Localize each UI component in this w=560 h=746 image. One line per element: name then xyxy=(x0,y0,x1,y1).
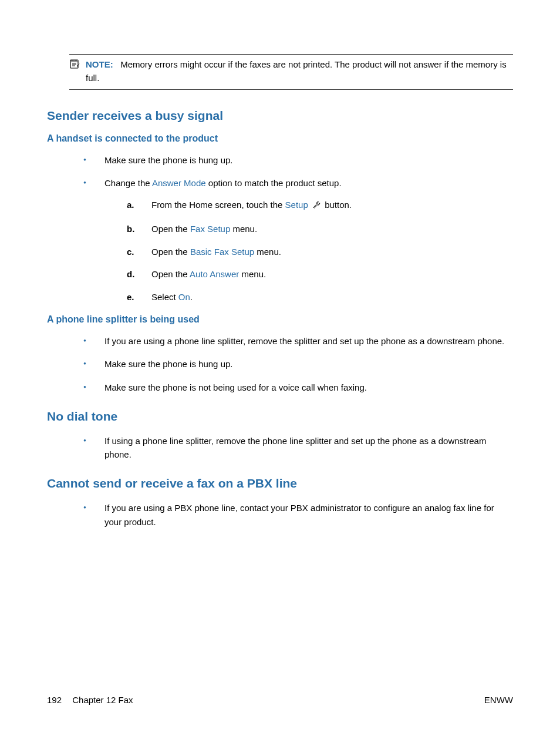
heading-sender-busy: Sender receives a busy signal xyxy=(47,109,513,123)
page-number: 192 xyxy=(47,695,62,705)
list-item: Open the Basic Fax Setup menu. xyxy=(127,246,513,259)
list-item: If you are using a phone line splitter, … xyxy=(81,334,513,348)
ui-term-fax-setup: Fax Setup xyxy=(190,224,230,234)
bullet-list: Make sure the phone is hung up. Change t… xyxy=(81,153,513,304)
heading-splitter-used: A phone line splitter is being used xyxy=(47,314,513,325)
lettered-list: From the Home screen, touch the Setup bu… xyxy=(127,199,513,304)
bullet-list: If you are using a phone line splitter, … xyxy=(81,334,513,394)
list-item: Change the Answer Mode option to match t… xyxy=(81,176,513,304)
ui-term-answer-mode: Answer Mode xyxy=(152,178,206,188)
list-item: Open the Fax Setup menu. xyxy=(127,223,513,236)
note-body: Memory errors might occur if the faxes a… xyxy=(86,59,507,83)
wrench-icon xyxy=(312,200,321,214)
list-item: Select On. xyxy=(127,291,513,304)
list-item: Make sure the phone is hung up. xyxy=(81,153,513,167)
page-footer: 192 Chapter 12 Fax ENWW xyxy=(47,695,513,705)
heading-no-dial-tone: No dial tone xyxy=(47,409,513,424)
note-text: NOTE: Memory errors might occur if the f… xyxy=(86,58,513,85)
document-page: NOTE: Memory errors might occur if the f… xyxy=(0,0,560,529)
footer-left: 192 Chapter 12 Fax xyxy=(47,695,133,705)
bullet-list: If you are using a PBX phone line, conta… xyxy=(81,501,513,529)
list-item: Make sure the phone is not being used fo… xyxy=(81,381,513,394)
list-item: Open the Auto Answer menu. xyxy=(127,268,513,281)
list-item: From the Home screen, touch the Setup bu… xyxy=(127,199,513,214)
chapter-label: Chapter 12 Fax xyxy=(72,695,133,705)
note-icon xyxy=(69,59,81,71)
heading-pbx-line: Cannot send or receive a fax on a PBX li… xyxy=(47,476,513,490)
footer-right: ENWW xyxy=(484,695,513,705)
list-item: If you are using a PBX phone line, conta… xyxy=(81,501,513,529)
ui-term-auto-answer: Auto Answer xyxy=(190,269,239,279)
note-label: NOTE: xyxy=(86,59,113,69)
heading-handset-connected: A handset is connected to the product xyxy=(47,133,513,144)
list-item: Make sure the phone is hung up. xyxy=(81,357,513,371)
ui-term-basic-fax-setup: Basic Fax Setup xyxy=(190,247,254,257)
list-item: If using a phone line splitter, remove t… xyxy=(81,434,513,462)
bullet-list: If using a phone line splitter, remove t… xyxy=(81,434,513,462)
note-callout: NOTE: Memory errors might occur if the f… xyxy=(69,54,513,90)
ui-term-on: On xyxy=(178,292,190,302)
ui-term-setup: Setup xyxy=(285,200,308,210)
